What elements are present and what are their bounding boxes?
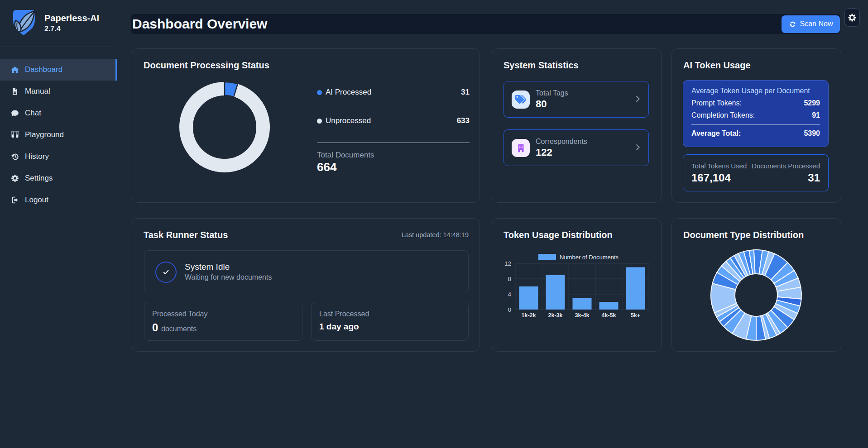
svg-text:2k-3k: 2k-3k (548, 312, 563, 319)
svg-text:4k-5k: 4k-5k (602, 312, 616, 319)
svg-text:12: 12 (504, 260, 511, 267)
svg-text:0: 0 (508, 306, 511, 313)
svg-text:3k-4k: 3k-4k (575, 312, 590, 319)
svg-text:Number of Documents: Number of Documents (560, 254, 619, 261)
svg-text:8: 8 (508, 276, 511, 282)
svg-text:4: 4 (508, 291, 511, 298)
svg-text:1k-2k: 1k-2k (522, 312, 536, 319)
svg-text:5k+: 5k+ (631, 312, 640, 319)
